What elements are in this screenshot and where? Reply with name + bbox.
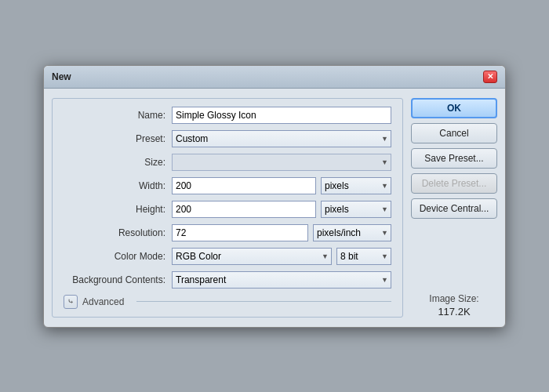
advanced-divider [136,301,391,302]
name-label: Name: [64,110,165,121]
bg-contents-label: Background Contents: [64,274,165,285]
name-input[interactable] [172,107,391,124]
size-row: Size: ▼ [64,154,391,171]
bit-depth-wrap: 8 bit 16 bit 32 bit ▼ [336,248,391,265]
dialog-body: Name: Preset: Custom Default Photoshop S… [44,89,505,327]
size-select[interactable] [172,154,391,171]
bg-contents-wrap: White Background Color Transparent ▼ [172,271,391,289]
color-mode-select[interactable]: Bitmap Grayscale RGB Color CMYK Color La… [172,248,332,265]
size-label: Size: [64,157,165,168]
preset-row: Preset: Custom Default Photoshop Size U.… [64,130,391,147]
size-select-wrap: ▼ [172,154,391,171]
image-size-label: Image Size: [411,293,497,304]
advanced-row: ⤷ Advanced [64,295,391,309]
cancel-button[interactable]: Cancel [411,123,497,143]
width-unit-wrap: pixels inches cm mm points picas columns… [321,177,391,194]
preset-label: Preset: [64,133,165,144]
preset-select[interactable]: Custom Default Photoshop Size U.S. Paper… [172,130,391,147]
resolution-row: Resolution: pixels/inch pixels/cm ▼ [64,224,391,241]
resolution-unit-wrap: pixels/inch pixels/cm ▼ [313,224,391,241]
color-mode-row: Color Mode: Bitmap Grayscale RGB Color C… [64,248,391,265]
advanced-label: Advanced [82,296,124,307]
height-label: Height: [64,204,165,215]
delete-preset-button[interactable]: Delete Preset... [411,173,497,194]
bg-contents-row: Background Contents: White Background Co… [64,271,391,289]
height-row: Height: pixels inches cm mm points picas… [64,201,391,218]
advanced-toggle-button[interactable]: ⤷ [64,295,78,309]
resolution-unit-select[interactable]: pixels/inch pixels/cm [313,224,391,241]
dialog-titlebar: New ✕ [44,66,505,89]
color-mode-label: Color Mode: [64,251,165,262]
color-mode-wrap: Bitmap Grayscale RGB Color CMYK Color La… [172,248,332,265]
image-size-area: Image Size: 117.2K [411,285,497,318]
bg-contents-select[interactable]: White Background Color Transparent [172,271,391,289]
ok-button[interactable]: OK [411,98,497,118]
device-central-button[interactable]: Device Central... [411,198,497,219]
height-unit-wrap: pixels inches cm mm points picas ▼ [321,201,391,218]
width-unit-select[interactable]: pixels inches cm mm points picas columns [321,177,391,194]
width-row: Width: pixels inches cm mm points picas … [64,177,391,194]
name-row: Name: [64,107,391,124]
width-label: Width: [64,180,165,191]
width-input[interactable] [172,177,316,194]
resolution-label: Resolution: [64,227,165,238]
resolution-input[interactable] [172,224,308,241]
bit-depth-select[interactable]: 8 bit 16 bit 32 bit [336,248,391,265]
height-unit-select[interactable]: pixels inches cm mm points picas [321,201,391,218]
image-size-value: 117.2K [411,306,497,318]
close-button[interactable]: ✕ [483,71,497,83]
preset-select-wrap: Custom Default Photoshop Size U.S. Paper… [172,130,391,147]
button-area: OK Cancel Save Preset... Delete Preset..… [411,98,497,318]
form-area: Name: Preset: Custom Default Photoshop S… [52,98,403,318]
save-preset-button[interactable]: Save Preset... [411,148,497,169]
new-dialog: New ✕ Name: Preset: Custom Default Photo… [43,65,506,328]
height-input[interactable] [172,201,316,218]
dialog-title: New [52,71,71,82]
